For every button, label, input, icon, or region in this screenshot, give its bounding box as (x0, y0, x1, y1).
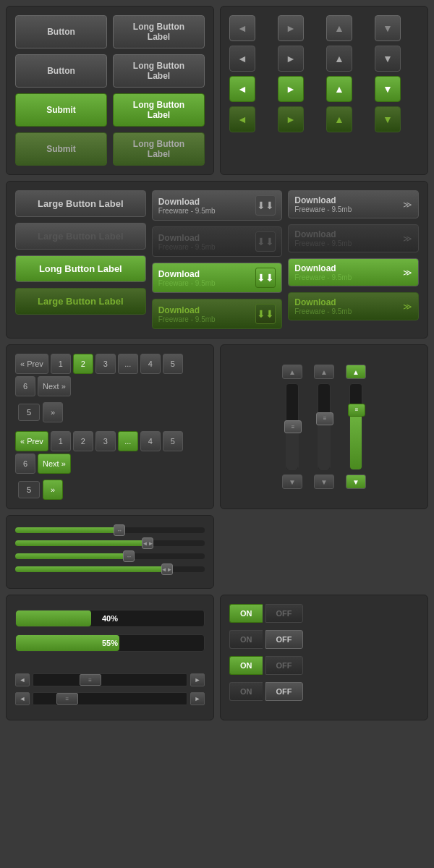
arrow-down-1[interactable]: ▼ (375, 15, 401, 41)
page-dots-2[interactable]: ... (118, 431, 138, 451)
submit-2[interactable]: Submit (15, 132, 107, 166)
download-btn-3[interactable]: Download Freeware - 9.5mb ⬇⬇ (152, 263, 283, 293)
arrow-left-4[interactable]: ◄ (229, 106, 255, 132)
arrow-up-2[interactable]: ▲ (326, 46, 352, 72)
large-btn-3[interactable]: Large Button Label (15, 288, 146, 315)
download-sm-sub-1: Freeware - 9.5mb (294, 205, 403, 213)
page-input-1[interactable] (18, 404, 40, 421)
next-btn-2[interactable]: Next » (38, 454, 71, 474)
page-3-2[interactable]: 3 (95, 431, 116, 451)
submit-1[interactable]: Submit (15, 93, 107, 127)
page-3-1[interactable]: 3 (95, 354, 116, 374)
download-sm-btn-1[interactable]: Download Freeware - 9.5mb ≫ (288, 190, 419, 218)
pagination-row-1: « Prev 1 2 3 ... 4 5 6 Next » (15, 354, 205, 396)
buttons-panel: Button Long Button Label Button Long But… (6, 6, 214, 175)
page-1-1[interactable]: 1 (51, 354, 71, 374)
page-dots-1[interactable]: ... (118, 354, 138, 374)
download-sm-icon-1: ≫ (403, 200, 412, 210)
download-sm-btn-3[interactable]: Download Freeware - 9.5mb ≫ (288, 258, 419, 286)
arrow-right-3[interactable]: ► (278, 76, 304, 102)
toggle-on-3[interactable]: ON (229, 656, 263, 675)
page-4-2[interactable]: 4 (140, 431, 161, 451)
toggle-off-2[interactable]: OFF (265, 630, 303, 649)
progress-row-1: 40% (15, 610, 205, 627)
v-thumb-1[interactable]: ≡ (284, 420, 302, 433)
large-btn-1[interactable]: Large Button Label (15, 190, 146, 217)
v-arrow-up-1[interactable]: ▲ (282, 365, 302, 379)
arrow-right-4[interactable]: ► (278, 106, 304, 132)
scroll-arrow-right-2[interactable]: ► (190, 692, 205, 705)
slider-track-2: ◄► (15, 540, 205, 546)
v-arrow-down-1[interactable]: ▼ (282, 475, 302, 489)
scrollbar-row-2: ◄ ≡ ► (15, 692, 205, 705)
page-1-2[interactable]: 1 (51, 431, 71, 451)
arrow-right-1[interactable]: ► (278, 15, 304, 41)
arrow-left-3[interactable]: ◄ (229, 76, 255, 102)
progress-row-2: 55% (15, 634, 205, 652)
arrow-left-2[interactable]: ◄ (229, 46, 255, 72)
large-btn-2[interactable]: Large Button Label (15, 223, 146, 250)
page-6-2[interactable]: 6 (15, 454, 35, 474)
button-long-1[interactable]: Long Button Label (113, 15, 205, 48)
toggle-on-2[interactable]: ON (229, 630, 263, 649)
slider-thumb-1[interactable]: ↔ (114, 524, 125, 536)
v-fill-2 (318, 422, 330, 469)
progress-panel: 40% 55% ◄ ≡ ► (6, 595, 214, 720)
page-5-2[interactable]: 5 (163, 431, 183, 451)
toggles-panel: ON OFF ON OFF ON OFF ON OFF (220, 595, 428, 720)
page-input-2[interactable] (18, 481, 40, 498)
download-sm-btn-4[interactable]: Download Freeware - 9.5mb ≫ (288, 292, 419, 320)
v-thumb-3[interactable]: ≡ (348, 404, 365, 417)
submit-long-1[interactable]: Long Button Label (113, 93, 205, 127)
scroll-arrow-left-1[interactable]: ◄ (15, 673, 30, 686)
slider-thumb-3[interactable]: ↔ (123, 550, 135, 562)
scroll-arrow-left-2[interactable]: ◄ (15, 692, 30, 705)
v-arrow-down-2[interactable]: ▼ (314, 475, 334, 489)
download-btn-1[interactable]: Download Freeware - 9.5mb ⬇⬇ (152, 190, 283, 221)
button-1[interactable]: Button (15, 15, 107, 48)
toggle-off-1[interactable]: OFF (265, 604, 303, 623)
toggle-off-4[interactable]: OFF (265, 682, 303, 701)
prev-btn-2[interactable]: « Prev (15, 431, 48, 451)
arrow-down-4[interactable]: ▼ (375, 106, 401, 132)
toggle-on-1[interactable]: ON (229, 604, 263, 623)
page-6-1[interactable]: 6 (15, 376, 35, 396)
arrow-up-4[interactable]: ▲ (326, 106, 352, 132)
download-btn-4[interactable]: Download Freeware - 9.5mb ⬇⬇ (152, 299, 283, 329)
toggle-off-3[interactable]: OFF (265, 656, 303, 675)
arrow-down-3[interactable]: ▼ (375, 76, 401, 102)
arrow-up-3[interactable]: ▲ (326, 76, 352, 102)
large-btn-long[interactable]: Long Button Label (15, 255, 146, 282)
slider-thumb-2[interactable]: ◄► (142, 537, 153, 549)
slider-track-1: ↔ (15, 527, 205, 533)
v-arrow-up-2[interactable]: ▲ (314, 365, 334, 379)
arrow-right-2[interactable]: ► (278, 46, 304, 72)
prev-btn-1[interactable]: « Prev (15, 354, 48, 374)
scroll-thumb-2[interactable]: ≡ (56, 693, 78, 705)
next-btn-1[interactable]: Next » (38, 376, 71, 396)
page-2-1[interactable]: 2 (73, 354, 93, 374)
submit-long-2[interactable]: Long Button Label (113, 132, 205, 166)
pagination-row-2: « Prev 1 2 3 ... 4 5 6 Next » (15, 431, 205, 474)
download-sm-title-1: Download (294, 195, 403, 205)
arrow-down-2[interactable]: ▼ (375, 46, 401, 72)
v-arrow-up-3[interactable]: ▲ (346, 365, 366, 379)
button-2[interactable]: Button (15, 54, 107, 88)
download-btn-2[interactable]: Download Freeware - 9.5mb ⬇⬇ (152, 226, 283, 257)
scroll-thumb-1[interactable]: ≡ (80, 674, 101, 686)
button-long-2[interactable]: Long Button Label (113, 54, 205, 88)
page-4-1[interactable]: 4 (140, 354, 161, 374)
scroll-arrow-right-1[interactable]: ► (190, 673, 205, 686)
arrow-left-1[interactable]: ◄ (229, 15, 255, 41)
download-sm-btn-2[interactable]: Download Freeware - 9.5mb ≫ (288, 224, 419, 252)
v-thumb-2[interactable]: ≡ (316, 412, 333, 425)
v-arrow-down-3[interactable]: ▼ (346, 475, 366, 489)
page-go-1[interactable]: » (43, 402, 63, 422)
toggle-row-3: ON OFF (229, 656, 419, 675)
slider-thumb-4[interactable]: ◄► (161, 563, 173, 575)
page-go-2[interactable]: » (43, 480, 63, 500)
page-5-1[interactable]: 5 (163, 354, 183, 374)
arrow-up-1[interactable]: ▲ (326, 15, 352, 41)
toggle-on-4[interactable]: ON (229, 682, 263, 701)
page-2-2[interactable]: 2 (73, 431, 93, 451)
